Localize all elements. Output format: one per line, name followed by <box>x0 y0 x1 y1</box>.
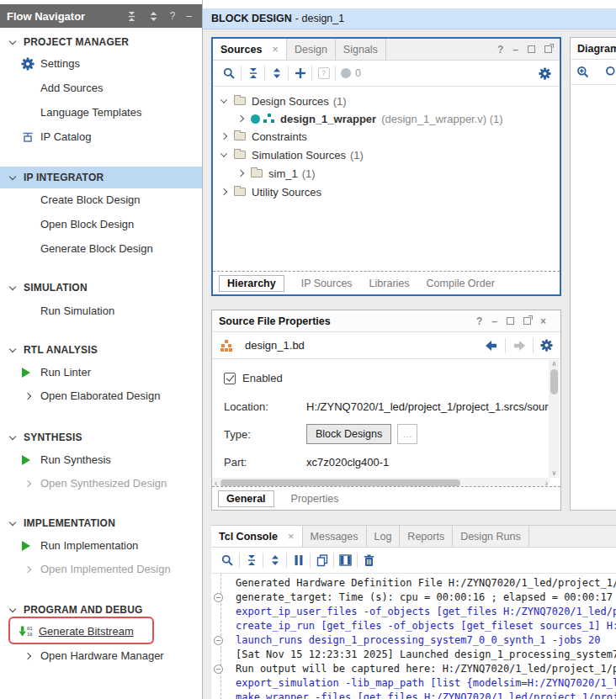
tab-tcl-console[interactable]: Tcl Console × <box>211 526 303 547</box>
sidebar-item-run-simulation[interactable]: Run Simulation <box>0 301 202 321</box>
tree-row-utility-sources[interactable]: Utility Sources <box>221 183 321 201</box>
folder-icon <box>234 132 246 140</box>
tab-design-runs[interactable]: Design Runs <box>453 526 529 547</box>
collapse-all-icon[interactable] <box>242 64 264 82</box>
scroll-up-icon[interactable]: ∧ <box>552 360 557 368</box>
sidebar-item-run-linter[interactable]: Run Linter <box>0 363 202 383</box>
sidebar-item-label: Add Sources <box>40 78 103 98</box>
add-icon[interactable] <box>289 64 311 82</box>
tab-signals[interactable]: Signals <box>336 39 386 60</box>
help-icon[interactable]: ? <box>476 315 482 327</box>
expand-all-icon[interactable] <box>263 551 286 569</box>
sidebar-item-open-hardware-manager[interactable]: Open Hardware Manager <box>0 646 202 666</box>
copy-icon[interactable] <box>311 551 333 569</box>
sidebar-item-open-synthesized-design[interactable]: Open Synthesized Design <box>0 474 202 494</box>
tab-hierarchy[interactable]: Hierarchy <box>219 275 284 292</box>
forward-arrow-icon[interactable] <box>512 340 526 352</box>
sidebar-item-add-sources[interactable]: Add Sources <box>0 78 202 98</box>
tab-general[interactable]: General <box>218 490 274 507</box>
vertical-scrollbar[interactable]: ∧ ∨ <box>549 360 560 478</box>
type-select-button[interactable]: Block Designs <box>306 424 391 444</box>
tab-properties[interactable]: Properties <box>291 493 339 505</box>
fold-collapse-icon[interactable]: – <box>214 665 223 674</box>
fold-collapse-icon[interactable]: – <box>214 636 223 645</box>
tab-sources[interactable]: Sources × <box>213 39 287 60</box>
report-view-icon[interactable] <box>334 551 357 569</box>
chevron-down-icon <box>9 519 16 526</box>
settings-icon[interactable] <box>534 64 556 82</box>
sidebar-item-run-synthesis[interactable]: Run Synthesis <box>0 450 202 470</box>
tab-libraries[interactable]: Libraries <box>369 278 410 289</box>
tree-row-design-1-wrapper[interactable]: design_1_wrapper (design_1_wrapper.v) (1… <box>238 109 503 128</box>
more-options-button[interactable]: … <box>397 424 417 444</box>
tree-row-simulation-sources[interactable]: Simulation Sources (1) <box>221 146 364 164</box>
section-label: IP INTEGRATOR <box>24 167 104 188</box>
tab-design[interactable]: Design <box>287 39 336 60</box>
settings-icon[interactable] <box>540 339 553 352</box>
sidebar-section-ip-integrator[interactable]: IP INTEGRATOR <box>0 167 202 188</box>
sidebar-section-implementation[interactable]: IMPLEMENTATION <box>0 513 202 533</box>
float-icon[interactable] <box>544 45 552 53</box>
console-output[interactable]: Generated Hardware Definition File H:/ZY… <box>211 574 616 699</box>
zoom-out-icon[interactable] <box>605 66 616 79</box>
help-icon[interactable]: ? <box>170 10 176 22</box>
sidebar-item-label: Open Implemented Design <box>40 559 171 580</box>
scroll-down-icon[interactable]: ∨ <box>552 469 557 477</box>
sidebar-section-program-and-debug[interactable]: PROGRAM AND DEBUG <box>0 600 202 620</box>
sidebar-section-rtl-analysis[interactable]: RTL ANALYSIS <box>0 340 202 360</box>
close-icon[interactable]: × <box>272 43 279 56</box>
sidebar-item-language-templates[interactable]: Language Templates <box>0 103 202 123</box>
chevron-down-icon <box>220 96 227 103</box>
sidebar-item-create-block-design[interactable]: Create Block Design <box>0 190 202 210</box>
collapse-all-icon[interactable] <box>126 11 137 22</box>
sidebar-item-run-implementation[interactable]: Run Implementation <box>0 536 202 556</box>
float-icon[interactable] <box>523 317 531 325</box>
back-arrow-icon[interactable] <box>485 340 498 352</box>
expand-all-icon[interactable] <box>265 64 288 82</box>
sidebar-section-simulation[interactable]: SIMULATION <box>0 278 202 298</box>
minimize-icon[interactable]: – <box>186 10 192 22</box>
collapse-all-icon[interactable] <box>240 551 263 569</box>
tab-compile-order[interactable]: Compile Order <box>427 278 495 289</box>
tab-ip-sources[interactable]: IP Sources <box>301 278 353 289</box>
sidebar-item-ip-catalog[interactable]: IP Catalog <box>0 127 202 147</box>
tab-log[interactable]: Log <box>367 526 401 547</box>
pause-icon[interactable] <box>287 551 310 569</box>
expand-all-icon[interactable] <box>148 11 159 22</box>
close-icon[interactable]: × <box>540 315 546 327</box>
sidebar-item-open-elaborated-design[interactable]: Open Elaborated Design <box>0 386 202 406</box>
search-icon[interactable] <box>218 64 241 82</box>
maximize-icon[interactable] <box>528 45 535 53</box>
section-label: IMPLEMENTATION <box>24 513 115 533</box>
section-label: PROGRAM AND DEBUG <box>24 600 143 620</box>
field-value: H:/ZYNQ7020/1_led/project_1/project_1.sr… <box>306 400 549 413</box>
checkbox-checked-icon[interactable] <box>224 373 236 384</box>
enabled-checkbox-row[interactable]: Enabled <box>224 372 283 384</box>
minimize-icon[interactable]: – <box>491 315 497 327</box>
fold-collapse-icon[interactable]: – <box>214 593 223 602</box>
sidebar-item-generate-bitstream[interactable]: 0110 Generate Bitstream <box>0 622 202 642</box>
sidebar-item-generate-block-design[interactable]: Generate Block Design <box>0 239 202 259</box>
help-box-icon[interactable]: ? <box>312 64 335 82</box>
maximize-icon[interactable] <box>507 317 514 325</box>
scrollbar-thumb[interactable] <box>550 369 558 395</box>
properties-file-row: design_1.bd <box>212 332 560 359</box>
tree-row-design-sources[interactable]: Design Sources (1) <box>221 92 347 110</box>
close-icon[interactable]: × <box>288 530 295 543</box>
sidebar-section-synthesis[interactable]: SYNTHESIS <box>0 427 202 447</box>
delete-icon[interactable] <box>358 551 380 569</box>
tree-count: (1) <box>302 167 316 180</box>
sidebar-item-open-implemented-design[interactable]: Open Implemented Design <box>0 559 202 580</box>
tree-row-sim-1[interactable]: sim_1 (1) <box>238 164 316 183</box>
zoom-in-icon[interactable] <box>576 66 590 79</box>
minimize-icon[interactable]: – <box>512 44 518 56</box>
sidebar-item-open-block-design[interactable]: Open Block Design <box>0 214 202 235</box>
search-icon[interactable] <box>216 551 239 569</box>
sidebar-section-project-manager[interactable]: PROJECT MANAGER <box>0 32 202 52</box>
tree-row-constraints[interactable]: Constraints <box>221 127 307 146</box>
tab-label: Sources <box>220 44 262 56</box>
help-icon[interactable]: ? <box>497 44 503 56</box>
tab-reports[interactable]: Reports <box>400 526 453 547</box>
sidebar-item-settings[interactable]: Settings <box>0 54 202 74</box>
tab-messages[interactable]: Messages <box>303 526 367 547</box>
